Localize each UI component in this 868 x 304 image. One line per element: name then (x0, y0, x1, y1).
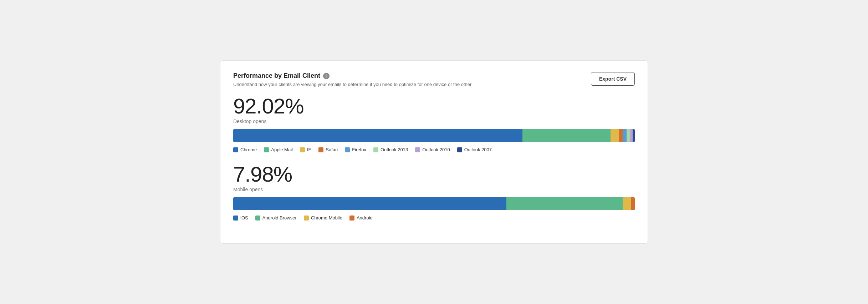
bar-segment (233, 197, 506, 210)
desktop-label: Desktop opens (233, 118, 635, 124)
bar-segment (611, 129, 619, 142)
legend-label: IE (307, 147, 311, 152)
legend-label: Chrome Mobile (311, 215, 342, 221)
bar-segment (633, 129, 635, 142)
legend-label: Android Browser (262, 215, 297, 221)
legend-label: Firefox (352, 147, 366, 152)
desktop-legend: ChromeApple MailIESafariFirefoxOutlook 2… (233, 147, 635, 152)
legend-item: Safari (318, 147, 338, 152)
bar-segment (522, 129, 611, 142)
legend-label: Android (357, 215, 373, 221)
legend-dot (233, 147, 238, 152)
performance-card: Performance by Email Client ? Understand… (220, 60, 648, 244)
legend-dot (457, 147, 462, 152)
legend-label: Chrome (240, 147, 257, 152)
mobile-bar (233, 197, 635, 210)
desktop-bar (233, 129, 635, 142)
legend-item: Chrome Mobile (304, 215, 342, 221)
bar-segment (623, 129, 627, 142)
bar-segment (233, 129, 522, 142)
bar-segment (619, 129, 623, 142)
mobile-label: Mobile opens (233, 187, 635, 192)
legend-item: Outlook 2013 (373, 147, 408, 152)
legend-dot (345, 147, 350, 152)
legend-dot (318, 147, 323, 152)
card-title: Performance by Email Client (233, 72, 320, 80)
legend-item: Chrome (233, 147, 257, 152)
legend-label: Apple Mail (271, 147, 293, 152)
legend-item: Android Browser (255, 215, 297, 221)
header-left: Performance by Email Client ? Understand… (233, 72, 473, 87)
legend-dot (373, 147, 378, 152)
legend-item: IE (300, 147, 311, 152)
mobile-section: 7.98% Mobile opens iOSAndroid BrowserChr… (233, 164, 635, 221)
legend-item: Outlook 2010 (415, 147, 450, 152)
card-header: Performance by Email Client ? Understand… (233, 72, 635, 87)
legend-dot (255, 216, 260, 221)
legend-dot (300, 147, 305, 152)
bar-segment (627, 129, 630, 142)
legend-label: Safari (326, 147, 338, 152)
legend-label: Outlook 2013 (381, 147, 408, 152)
title-row: Performance by Email Client ? (233, 72, 473, 80)
legend-item: iOS (233, 215, 248, 221)
bar-segment (506, 197, 623, 210)
legend-dot (304, 216, 309, 221)
legend-dot (264, 147, 269, 152)
legend-dot (415, 147, 420, 152)
bar-segment (623, 197, 631, 210)
mobile-percentage: 7.98% (233, 164, 635, 185)
legend-item: Firefox (345, 147, 366, 152)
legend-label: iOS (240, 215, 248, 221)
help-icon[interactable]: ? (323, 73, 330, 79)
legend-item: Outlook 2007 (457, 147, 492, 152)
export-csv-button[interactable]: Export CSV (591, 72, 635, 86)
legend-item: Android (349, 215, 373, 221)
legend-dot (233, 216, 238, 221)
bar-segment (630, 129, 633, 142)
bar-segment (631, 197, 635, 210)
legend-label: Outlook 2010 (422, 147, 450, 152)
desktop-percentage: 92.02% (233, 96, 635, 117)
legend-item: Apple Mail (264, 147, 293, 152)
card-subtitle: Understand how your clients are viewing … (233, 82, 473, 87)
desktop-section: 92.02% Desktop opens ChromeApple MailIES… (233, 96, 635, 152)
mobile-legend: iOSAndroid BrowserChrome MobileAndroid (233, 215, 635, 221)
legend-label: Outlook 2007 (464, 147, 492, 152)
legend-dot (349, 216, 354, 221)
